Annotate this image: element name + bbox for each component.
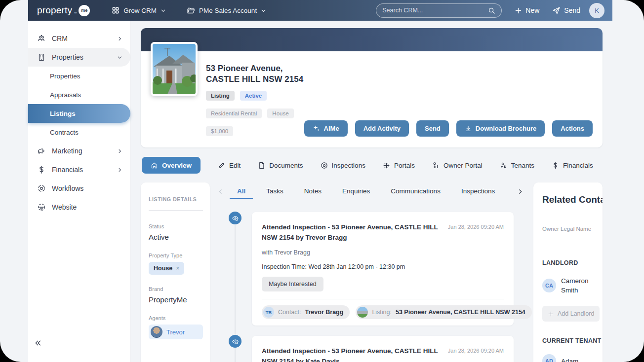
tab-financials[interactable]: Financials (552, 162, 593, 169)
user-avatar[interactable]: K (589, 3, 604, 18)
tab-inspections[interactable]: Inspections (321, 162, 365, 169)
sidebar-item-marketing[interactable]: Marketing (28, 142, 130, 160)
feed-tab-enquiries[interactable]: Enquiries (332, 183, 380, 199)
chevron-right-icon (117, 36, 122, 41)
double-chevron-left-icon (34, 339, 42, 347)
activity-timestamp: Jan 28, 2026 09:20 AM (448, 224, 504, 243)
status-value: Active (149, 233, 203, 241)
tab-documents-label: Documents (269, 162, 303, 169)
property-type-chip[interactable]: House × (149, 262, 184, 275)
sidebar-subitem-appraisals[interactable]: Appraisals (28, 85, 130, 104)
activity-with: with Trevor Bragg (262, 249, 504, 256)
agent-avatar (151, 326, 162, 338)
sidebar-item-label: CRM (52, 35, 111, 42)
tab-edit-label: Edit (229, 162, 241, 169)
badge-row-primary: Listing Active (206, 91, 267, 101)
chevron-down-icon (261, 8, 266, 13)
aime-button[interactable]: AiMe (304, 120, 348, 137)
remove-chip-icon[interactable]: × (176, 265, 179, 272)
status-label: Status (149, 223, 203, 229)
contact-initials-avatar: TR (263, 307, 274, 318)
send-button-label: Send (564, 6, 580, 14)
add-landlord-button[interactable]: Add Landlord (542, 306, 600, 322)
sidebar-collapse-button[interactable] (34, 339, 42, 349)
current-tenant-section-header: CURRENT TENANT (542, 337, 599, 344)
account-switcher[interactable]: PMe Sales Account (187, 6, 266, 15)
agents-field: Agents Trevor (149, 315, 203, 339)
tab-inspections-label: Inspections (332, 162, 365, 169)
tab-portals[interactable]: Portals (383, 162, 415, 169)
download-brochure-button[interactable]: Download Brochure (456, 120, 545, 137)
activity-timestamp: Jan 28, 2026 09:20 AM (448, 348, 504, 362)
activity-title[interactable]: Attended Inspection - 53 Pioneer Avenue,… (262, 346, 447, 362)
related-contacts-title: Related Contacts (542, 194, 599, 205)
chevron-right-icon (117, 148, 122, 154)
sidebar-item-website[interactable]: Website (28, 198, 130, 217)
plus-icon (548, 311, 554, 317)
feed-tab-tasks[interactable]: Tasks (256, 183, 294, 199)
listing-type-badge: Listing (206, 91, 235, 101)
tab-tenants-label: Tenants (511, 162, 534, 169)
app-window: property ™ me Grow CRM PMe Sales Account… (0, 0, 644, 362)
add-activity-button[interactable]: Add Activity (355, 120, 409, 137)
property-type-field: Property Type House × (149, 253, 203, 275)
dollar-icon (37, 165, 46, 174)
dollar-icon (552, 162, 559, 169)
owner-legal-name-label: Owner Legal Name (542, 226, 599, 232)
activity-card-header: Attended Inspection - 53 Pioneer Avenue,… (262, 222, 504, 243)
contact-tag[interactable]: TR Contact: Trevor Bragg (262, 305, 350, 319)
actions-button[interactable]: Actions (552, 120, 593, 137)
tab-tenants[interactable]: Tenants (500, 162, 534, 169)
document-icon (258, 162, 265, 169)
person-dollar-icon (500, 162, 507, 169)
activity-card: Attended Inspection - 53 Pioneer Avenue,… (252, 212, 514, 326)
feed-tab-all[interactable]: All (227, 183, 256, 199)
listing-tag[interactable]: Listing: 53 Pioneer Avenue, CASTLE HILL … (356, 305, 531, 319)
sidebar-subitem-contracts[interactable]: Contracts (28, 123, 130, 142)
inspection-event-icon (229, 335, 242, 348)
sidebar-item-properties[interactable]: Properties (28, 48, 130, 67)
tab-owner-portal-label: Owner Portal (443, 162, 483, 169)
tenant-contact[interactable]: AD Adam (542, 354, 599, 362)
aime-button-label: AiMe (324, 125, 339, 132)
brand-label: Brand (149, 286, 203, 292)
property-type-chip-label: House (154, 265, 172, 272)
feed-tab-inspections[interactable]: Inspections (451, 183, 505, 199)
landlord-contact[interactable]: CA Cameron Smith (542, 276, 599, 295)
feed-tab-communications[interactable]: Communications (380, 183, 451, 199)
tab-edit[interactable]: Edit (218, 162, 241, 169)
new-button[interactable]: New (515, 6, 539, 14)
search-input[interactable] (382, 7, 488, 14)
propertyme-logo[interactable]: property ™ me (37, 5, 90, 16)
tab-owner-portal[interactable]: Owner Portal (432, 162, 483, 169)
sidebar-item-workflows[interactable]: Workflows (28, 179, 130, 198)
activity-card: Attended Inspection - 53 Pioneer Avenue,… (252, 336, 514, 362)
address-line2: CASTLE HILL NSW 2154 (206, 74, 303, 84)
activity-title[interactable]: Attended Inspection - 53 Pioneer Avenue,… (262, 222, 447, 243)
feed-tabs-scroll-right[interactable] (517, 188, 523, 195)
category-tag: Residential Rental (206, 109, 262, 118)
activity-tag-row: TR Contact: Trevor Bragg Listing: 53 Pio… (262, 305, 504, 319)
tab-documents[interactable]: Documents (258, 162, 303, 169)
property-header-card: 53 Pioneer Avenue, CASTLE HILL NSW 2154 … (141, 28, 603, 147)
app-canvas: property ™ me Grow CRM PMe Sales Account… (0, 0, 644, 362)
sidebar-subitem-properties[interactable]: Properties (28, 67, 130, 85)
property-type-label: Property Type (149, 253, 203, 258)
property-photo[interactable] (151, 42, 198, 96)
sidebar-item-financials[interactable]: Financials (28, 160, 130, 179)
divider (262, 299, 504, 299)
tab-overview-label: Overview (162, 162, 192, 169)
app-switcher[interactable]: Grow CRM (112, 6, 166, 14)
feed-tab-notes[interactable]: Notes (294, 183, 332, 199)
feed-tabs-scroll-left[interactable] (217, 188, 224, 195)
action-button-row: AiMe Add Activity Send Download Brochure… (304, 120, 593, 137)
sidebar-item-crm[interactable]: CRM (28, 29, 130, 48)
tenant-avatar: AD (542, 354, 556, 362)
send-activity-button[interactable]: Send (416, 120, 449, 137)
logo-wordmark: property (37, 5, 72, 16)
sidebar-subitem-listings[interactable]: Listings (28, 104, 130, 123)
send-button[interactable]: Send (552, 6, 580, 15)
person-chart-icon (432, 162, 440, 169)
agent-chip[interactable]: Trevor (149, 325, 203, 339)
tab-overview[interactable]: Overview (142, 157, 201, 174)
